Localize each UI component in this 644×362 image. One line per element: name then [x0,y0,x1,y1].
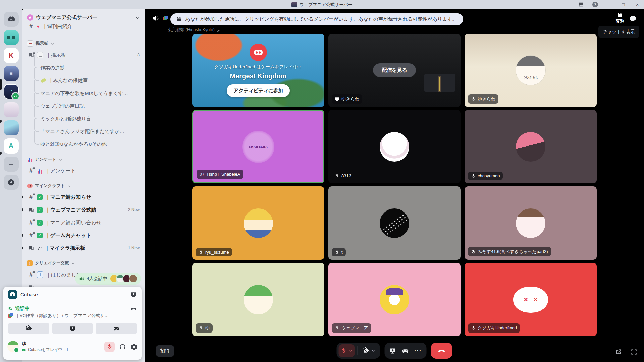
inbox-icon[interactable] [578,1,584,8]
channel-board-forum[interactable]: ｜掲示板 8 [25,49,142,61]
thread-item[interactable]: 「マニアさんラジオ配信まだですか… [25,125,142,138]
unread-dot [22,234,23,237]
window-titlebar: ウェブマニア公式サーバー ? — □ × [0,0,644,9]
channel-mc-news[interactable]: # ✓ ｜マニア鯖お知らせ [25,191,142,203]
thread-item[interactable]: マニアの下手な歌をMIXしてうまくす… [25,87,142,100]
explore-servers-button[interactable] [4,175,19,190]
maximize-button[interactable]: □ [620,1,627,8]
server-icon-easel[interactable]: A [4,138,19,154]
camera-toggle-button[interactable] [360,347,378,354]
tile-activity-mergest[interactable]: クソガキUnderfined はゲームをプレイ中： Mergest Kingdo… [192,34,324,107]
camera-button[interactable] [8,323,49,334]
server-icon-active-voice[interactable] [4,84,19,99]
popout-button[interactable] [615,349,622,355]
mute-button[interactable] [104,342,115,352]
channel-poll[interactable]: # ｜アンケート [25,164,142,177]
sound-status-icon[interactable] [152,15,159,22]
share-group: ··· [385,343,427,359]
settings-button[interactable] [130,343,138,350]
tile-shabelea[interactable]: SHABELEA 07［!shp］ShabeleA [192,110,324,183]
screenshare-button[interactable] [387,347,399,354]
show-chat-button[interactable] [629,15,637,22]
pickaxe-icon [37,245,42,251]
bar-chart-icon [37,168,43,174]
chevron-down-icon [71,261,75,266]
category-creator[interactable]: ! クリエイター交流 [25,254,142,268]
help-icon[interactable]: ? [592,1,598,8]
share-activity-icon[interactable] [130,291,137,297]
mic-muted-icon [471,174,476,178]
call-channel[interactable]: ｜VC作業（雑談あり） / ウェブマニア公式サ… [8,313,137,319]
participant-label: 8313 [332,172,354,180]
thread-item[interactable]: ｜みんなの保健室 [25,74,142,87]
tile-webmania[interactable]: ウェブマニア [328,263,461,336]
server-icon-teal[interactable] [4,30,19,45]
channel-mc-board[interactable]: ｜マイクラ掲示板 1 New [25,242,142,254]
unread-dot [22,208,23,212]
unread-server-pip [0,152,2,155]
channel-list[interactable]: # ♥ ｜週刊曲紹介 掲示板 ｜掲示板 8 作業の進捗 ｜みんなの保健室 マニア… [22,20,145,294]
discord-home-button[interactable] [4,12,19,27]
tile-8313[interactable]: 8313 [328,110,461,183]
watch-stream-button[interactable]: 配信を見る [373,63,416,77]
mic-camera-group [337,343,380,359]
voice-pill-avatars [110,274,138,283]
book-icon [37,272,43,278]
thread-item[interactable]: ウェブ完理の声日記 [25,100,142,112]
check-icon: ✓ [37,233,43,238]
thread-item[interactable]: ミックルと雑談/独り言 [25,112,142,125]
activity-game-icon [250,44,267,61]
fullscreen-button[interactable] [631,349,637,355]
user-avatar[interactable] [7,341,19,352]
server-icon-girl[interactable] [4,102,19,117]
noise-suppression-icon[interactable] [119,305,125,312]
activities-button[interactable] [96,323,137,334]
server-icon-news[interactable]: ▣ [4,66,19,81]
add-server-button[interactable] [4,157,19,172]
participant-label: ゆきらわ [468,94,498,104]
tile-stream-yukirawa[interactable]: 配信を見る ゆきらわ [328,34,461,107]
activities-button[interactable] [399,347,412,354]
monitor-icon [335,97,339,101]
voice-activity-pill[interactable]: 4人会話中 [75,273,141,285]
deafen-button[interactable] [119,343,126,350]
disconnect-icon[interactable] [130,305,137,312]
pencil-icon[interactable] [217,27,221,32]
channel-mc-gamechat[interactable]: # ✓ ｜ゲーム内チャット [25,229,142,242]
tile-kusogaki[interactable]: ×× クソガキUnderfined [465,263,597,336]
tile-misosu[interactable]: みそす41.6(食べすぎちゃったpart2) [465,186,597,260]
channel-mc-contact[interactable]: # ✓ ｜マニア鯖お問い合わせ [25,216,142,229]
category-minecraft[interactable]: マインクラフト [25,177,142,191]
participant-label: みそす41.6(食べすぎちゃったpart2) [468,247,551,256]
thread-item[interactable]: 作業の進捗 [25,61,142,74]
close-button[interactable]: × [634,1,641,8]
mic-muted-icon [471,97,476,101]
tile-ryu-suzume[interactable]: ryu_suzume [192,186,324,260]
mic-options-chevron[interactable] [348,349,353,353]
mic-muted-icon [471,326,476,330]
activity-game-name: Mergest Kingdom [230,72,287,80]
clips-enabled-badge[interactable]: 有効 [616,12,624,24]
tile-yukirawa[interactable]: つゆきらわ ゆきらわ [465,34,597,107]
mic-toggle-button[interactable] [339,344,355,357]
tile-t[interactable]: t [328,186,461,260]
more-options-button[interactable]: ··· [412,348,425,354]
server-icon-miku[interactable] [4,120,19,135]
join-activity-button[interactable]: アクティビティに参加 [227,84,290,97]
hash-icon: # [28,23,34,30]
thread-item[interactable]: ゆと雑談∪なんかやろ∪その他 [25,138,142,150]
hash-lock-icon: # [28,219,34,226]
tile-yu[interactable]: ゆ [192,263,324,336]
camera-options-chevron[interactable] [371,349,376,353]
disconnect-button[interactable] [431,343,452,359]
minimize-button[interactable]: — [606,1,612,8]
participant-label: ryu_suzume [196,248,232,256]
category-board[interactable]: 掲示板 [25,33,142,49]
invite-button[interactable]: 招待 [156,345,174,357]
channel-mc-official[interactable]: ✓ ｜ウェブマニア公式鯖 2 New [25,203,142,216]
server-icon-k[interactable]: K [4,48,19,63]
tile-chasyumen[interactable]: chasyumen [465,110,597,183]
category-poll[interactable]: アンケート [25,150,142,164]
screenshare-button[interactable] [52,323,93,334]
channel-weekly[interactable]: # ♥ ｜週刊曲紹介 [25,20,142,33]
